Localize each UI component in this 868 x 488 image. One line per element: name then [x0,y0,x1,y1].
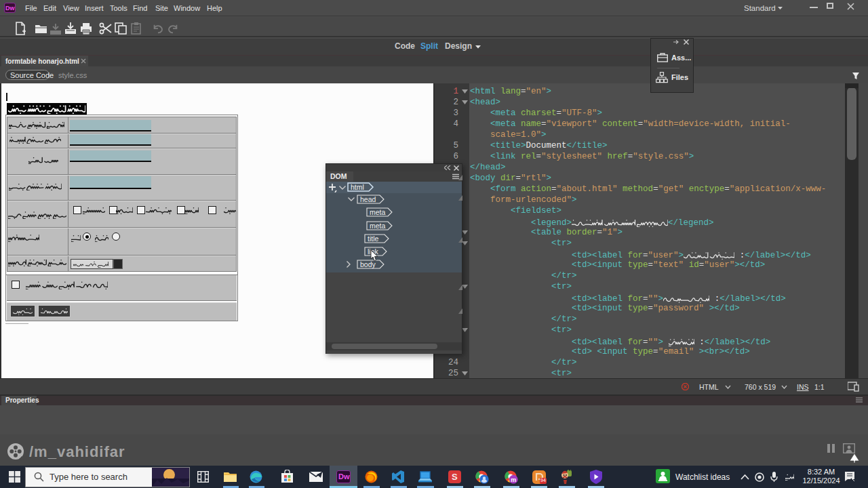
svg-text:m: m [511,476,516,483]
